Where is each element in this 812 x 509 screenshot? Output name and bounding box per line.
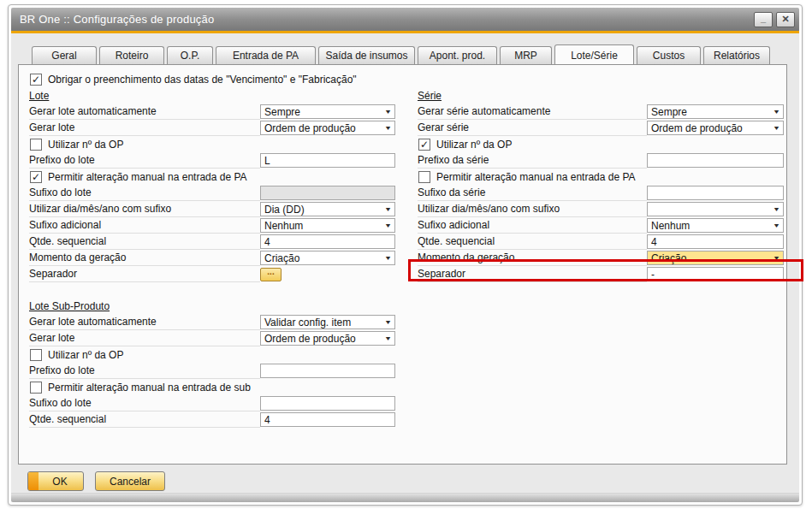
tab-lote-serie[interactable]: Lote/Série [554, 44, 634, 65]
serie-sufixo-adic-label: Sufixo adicional [418, 217, 647, 234]
serie-utilizar-op-checkbox[interactable]: ✓ [418, 139, 430, 151]
tab-op[interactable]: O.P. [167, 46, 213, 64]
chevron-down-icon: ▼ [384, 319, 392, 325]
lote-momento-select[interactable]: Criação ▼ [260, 251, 395, 265]
lote-dia-mes-row: Utilizar dia/mês/ano com sufixo Dia (DD)… [29, 201, 395, 217]
lote-momento-label: Momento da geração [29, 250, 260, 266]
footer-buttons: OK Cancelar [27, 471, 165, 491]
lote-gerar-select[interactable]: Ordem de produção ▼ [260, 121, 395, 135]
chevron-down-icon: ▼ [773, 109, 780, 115]
lote-sufixo-adic-row: Sufixo adicional Nenhum ▼ [29, 217, 395, 234]
chevron-down-icon: ▼ [384, 335, 392, 341]
serie-separador-input[interactable]: - [647, 267, 784, 281]
tab-roteiro[interactable]: Roteiro [99, 46, 164, 64]
sub-qtde-row: Qtde. sequencial 4 [29, 411, 395, 428]
serie-qtde-row: Qtde. sequencial 4 [418, 234, 784, 250]
lote-section-title: Lote [29, 90, 49, 102]
close-icon: ✕ [781, 15, 789, 24]
lote-gerar-row: Gerar lote Ordem de produção ▼ [29, 120, 395, 136]
lote-sufixo-adic-select[interactable]: Nenhum ▼ [260, 218, 395, 233]
lote-dia-mes-label: Utilizar dia/mês/ano com sufixo [29, 201, 260, 217]
lote-gerar-auto-select[interactable]: Sempre ▼ [260, 104, 395, 119]
lote-gerar-auto-row: Gerar lote automaticamente Sempre ▼ [29, 104, 395, 120]
lote-separador-browse-button[interactable]: ... [260, 268, 282, 281]
serie-separador-label: Separador [418, 266, 647, 282]
tab-saida-de-insumos[interactable]: Saída de insumos [318, 46, 415, 64]
serie-gerar-select[interactable]: Ordem de produção ▼ [647, 121, 784, 135]
serie-prefixo-input[interactable] [647, 153, 784, 168]
tab-relatorios[interactable]: Relatórios [703, 46, 770, 64]
sub-permitir-row: Permitir alteração manual na entrada de … [29, 379, 395, 395]
sub-gerar-auto-select[interactable]: Validar config. item ▼ [260, 315, 395, 329]
tab-custos[interactable]: Custos [637, 46, 701, 64]
serie-sufixo-row: Sufixo da série [418, 185, 784, 201]
serie-dia-mes-select[interactable]: ▼ [647, 202, 784, 216]
sub-prefixo-row: Prefixo do lote [29, 363, 395, 379]
chevron-down-icon: ▼ [384, 206, 392, 212]
chevron-down-icon: ▼ [773, 255, 780, 261]
serie-sufixo-input[interactable] [647, 186, 784, 200]
serie-dia-mes-label: Utilizar dia/mês/ano com sufixo [418, 201, 647, 217]
lote-momento-row: Momento da geração Criação ▼ [29, 250, 395, 266]
sub-permitir-label: Permitir alteração manual na entrada de … [48, 382, 251, 394]
lote-sub-section-title: Lote Sub-Produto [29, 300, 110, 312]
close-button[interactable]: ✕ [776, 12, 795, 27]
tab-strip: Geral Roteiro O.P. Entrada de PA Saída d… [32, 45, 773, 64]
lote-gerar-auto-label: Gerar lote automaticamente [29, 104, 260, 120]
serie-utilizar-op-label: Utilizar nº da OP [436, 139, 512, 151]
title-bar[interactable]: BR One :: Configurações de produção _ ✕ [11, 8, 799, 31]
lote-permitir-label: Permitir alteração manual na entrada de … [48, 171, 247, 183]
lote-sufixo-row: Sufixo do lote [29, 185, 395, 201]
tab-geral[interactable]: Geral [32, 46, 97, 64]
lote-serie-tab-panel: ✓ Obrigar o preenchimento das datas de "… [18, 64, 787, 465]
lote-prefixo-label: Prefixo do lote [29, 152, 260, 169]
serie-sufixo-adic-row: Sufixo adicional Nenhum ▼ [418, 217, 784, 234]
serie-gerar-row: Gerar série Ordem de produção ▼ [418, 120, 784, 136]
serie-prefixo-label: Prefixo da série [418, 152, 647, 169]
ok-button-focus-strip [28, 472, 39, 490]
sub-utilizar-op-checkbox[interactable] [30, 349, 42, 361]
lote-dia-mes-select[interactable]: Dia (DD) ▼ [260, 202, 395, 216]
sub-permitir-checkbox[interactable] [30, 382, 42, 394]
serie-qtde-label: Qtde. sequencial [418, 234, 647, 250]
chevron-down-icon: ▼ [773, 125, 780, 131]
obligate-dates-checkbox[interactable]: ✓ [30, 74, 42, 86]
window-bottom-frame [11, 493, 799, 502]
lote-gerar-label: Gerar lote [29, 120, 260, 136]
lote-qtde-input[interactable]: 4 [260, 234, 395, 249]
serie-momento-label: Momento da geração [418, 250, 647, 266]
lote-sufixo-adic-label: Sufixo adicional [29, 217, 260, 234]
sub-qtde-label: Qtde. sequencial [29, 411, 260, 428]
sub-gerar-label: Gerar lote [29, 330, 260, 346]
sub-gerar-auto-label: Gerar lote automaticamente [29, 314, 260, 330]
serie-qtde-input[interactable]: 4 [647, 234, 784, 249]
sub-qtde-input[interactable]: 4 [260, 412, 395, 427]
serie-permitir-checkbox[interactable] [418, 171, 430, 183]
tab-apont-prod[interactable]: Apont. prod. [418, 46, 497, 64]
sub-sufixo-input[interactable] [260, 396, 395, 411]
serie-gerar-auto-select[interactable]: Sempre ▼ [647, 104, 784, 119]
serie-sufixo-adic-select[interactable]: Nenhum ▼ [647, 218, 784, 233]
cancel-button[interactable]: Cancelar [95, 471, 165, 491]
serie-dia-mes-row: Utilizar dia/mês/ano com sufixo ▼ [418, 201, 784, 217]
minimize-button[interactable]: _ [754, 12, 773, 27]
ok-button[interactable]: OK [27, 471, 84, 491]
sub-prefixo-input[interactable] [260, 364, 395, 378]
serie-prefixo-row: Prefixo da série [418, 152, 784, 169]
tab-entrada-de-pa[interactable]: Entrada de PA [216, 46, 316, 64]
obligate-dates-label: Obrigar o preenchimento das datas de "Ve… [48, 74, 357, 86]
dialog-window: BR One :: Configurações de produção _ ✕ … [8, 4, 803, 506]
serie-section-title: Série [418, 90, 442, 102]
chevron-down-icon: ▼ [773, 222, 780, 228]
sub-gerar-select[interactable]: Ordem de produção ▼ [260, 331, 395, 346]
lote-utilizar-op-checkbox[interactable] [30, 139, 42, 151]
lote-column: ✓ Obrigar o preenchimento das datas de "… [29, 71, 395, 428]
lote-permitir-checkbox[interactable]: ✓ [30, 171, 42, 183]
tab-mrp[interactable]: MRP [500, 46, 552, 64]
lote-prefixo-row: Prefixo do lote L [29, 152, 395, 169]
serie-momento-select[interactable]: Criação ▼ [647, 251, 784, 265]
sub-prefixo-label: Prefixo do lote [29, 363, 260, 379]
chevron-down-icon: ▼ [384, 125, 392, 131]
sub-gerar-auto-row: Gerar lote automaticamente Validar confi… [29, 314, 395, 330]
lote-prefixo-input[interactable]: L [260, 153, 395, 168]
